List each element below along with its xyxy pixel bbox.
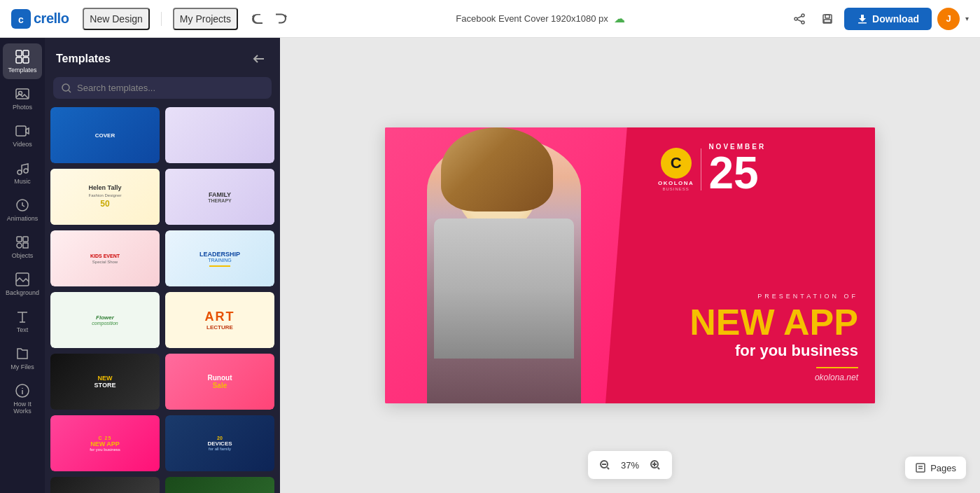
list-item[interactable]: LEADERSHIP TRAINING <box>165 230 274 286</box>
svg-rect-7 <box>823 15 832 23</box>
list-item[interactable]: Flower composition <box>50 292 160 348</box>
svg-point-23 <box>17 243 22 248</box>
design-date: 25 <box>708 151 758 195</box>
sidebar-item-background[interactable]: Background <box>3 266 42 302</box>
list-item[interactable]: KIDS EVENT Special Show <box>50 230 160 286</box>
new-design-button[interactable]: New Design <box>83 8 149 30</box>
design-main-title: NEW APP <box>690 304 858 340</box>
nav-separator <box>161 12 162 26</box>
design-brand-name: OKOLONA <box>658 180 694 186</box>
svg-point-3 <box>802 21 804 24</box>
template-row: Helen Tally Fashion Designer 50 FAMILY T… <box>50 169 274 225</box>
template-row: COVER <box>50 107 274 163</box>
list-item[interactable]: 20 DEVICES for all family <box>165 415 274 471</box>
sidebar-item-myfiles[interactable]: My Files <box>3 340 42 376</box>
svg-point-2 <box>802 14 804 17</box>
list-item[interactable]: C 25 NEW APP for you business <box>50 415 160 471</box>
main-content: Templates Photos Videos Music Animations… <box>0 38 980 493</box>
svg-rect-21 <box>17 237 22 242</box>
svg-rect-10 <box>858 22 867 24</box>
search-box <box>53 77 272 99</box>
svg-rect-22 <box>23 237 28 242</box>
template-row: Flower composition ART LECTURE <box>50 292 274 348</box>
sidebar-item-videos[interactable]: Videos <box>3 118 42 153</box>
svg-point-4 <box>794 18 797 20</box>
design-subtitle: for you business <box>690 342 858 360</box>
svg-text:c: c <box>18 14 24 25</box>
download-button[interactable]: Download <box>844 8 932 30</box>
list-item[interactable]: Runout Sale <box>165 354 274 410</box>
design-logo-circle: C <box>661 148 692 179</box>
pages-label: Pages <box>930 463 956 473</box>
svg-rect-13 <box>16 57 22 63</box>
list-item[interactable]: COVER <box>50 107 160 163</box>
zoom-out-button[interactable] <box>595 455 615 475</box>
svg-line-29 <box>608 468 610 470</box>
my-projects-button[interactable]: My Projects <box>173 8 238 30</box>
canvas-area: C OKOLONA BUSINESS NOVEMBER 25 PRESENTAT… <box>280 38 980 493</box>
svg-line-6 <box>797 19 802 21</box>
svg-rect-9 <box>824 20 831 22</box>
template-row: C 25 NEW APP for you business 20 DEVICES… <box>50 415 274 471</box>
pages-button[interactable]: Pages <box>905 457 966 479</box>
design-brand-sub: BUSINESS <box>663 187 690 191</box>
svg-rect-11 <box>16 50 22 56</box>
design-brand-area: C OKOLONA BUSINESS NOVEMBER 25 <box>658 143 766 195</box>
logo[interactable]: c crello <box>11 9 69 29</box>
cloud-save-icon: ☁ <box>614 12 625 25</box>
topnav: c crello New Design My Projects Facebook… <box>0 0 980 38</box>
sidebar-item-animations[interactable]: Animations <box>3 192 42 228</box>
zoom-in-button[interactable] <box>645 455 665 475</box>
design-photo-area <box>385 127 640 403</box>
undo-redo-group <box>246 8 293 30</box>
canvas-frame[interactable]: C OKOLONA BUSINESS NOVEMBER 25 PRESENTAT… <box>385 127 875 403</box>
avatar-caret-icon[interactable]: ▾ <box>965 15 969 22</box>
sidebar-item-photos[interactable]: Photos <box>3 81 42 116</box>
list-item[interactable]: NEW STORE <box>50 354 160 410</box>
templates-header: Templates <box>45 38 280 77</box>
undo-button[interactable] <box>246 8 269 30</box>
avatar[interactable]: J <box>937 8 960 30</box>
sidebar-item-howitworks[interactable]: How It Works <box>3 377 42 420</box>
svg-rect-17 <box>16 126 26 136</box>
list-item[interactable]: BEST SHOW <box>50 477 160 493</box>
canvas-wrapper: C OKOLONA BUSINESS NOVEMBER 25 PRESENTAT… <box>385 127 875 403</box>
list-item[interactable]: FAMILY THERAPY <box>165 169 274 225</box>
template-row: NEW STORE Runout Sale <box>50 354 274 410</box>
logo-icon: c <box>11 9 31 29</box>
design-content-area: PRESENTATION OF NEW APP for you business… <box>690 293 858 382</box>
svg-line-5 <box>797 16 802 18</box>
svg-rect-12 <box>23 50 29 56</box>
sidebar-item-text[interactable]: Text <box>3 303 42 339</box>
template-row: KIDS EVENT Special Show LEADERSHIP TRAIN… <box>50 230 274 286</box>
list-item[interactable]: GREEN THE LUCKIEST DAY <box>165 477 274 493</box>
templates-grid: COVER Helen Tally Fashion Designer <box>45 107 280 493</box>
search-input[interactable] <box>77 83 263 93</box>
file-title: Facebook Event Cover 1920x1080 px <box>456 13 608 24</box>
design-url: okolona.net <box>690 373 858 382</box>
design-brand-divider <box>701 148 701 190</box>
templates-title: Templates <box>56 53 111 65</box>
svg-point-19 <box>24 169 28 173</box>
redo-button[interactable] <box>270 8 293 30</box>
save-button[interactable] <box>816 8 839 30</box>
right-actions: Download J ▾ <box>788 8 969 30</box>
logo-text: crello <box>34 11 69 27</box>
zoom-toolbar: 37% <box>588 451 672 479</box>
svg-point-26 <box>62 84 69 91</box>
collapse-panel-button[interactable] <box>249 49 269 69</box>
sidebar-item-objects[interactable]: Objects <box>3 229 42 265</box>
list-item[interactable]: ART LECTURE <box>165 292 274 348</box>
sidebar-icons: Templates Photos Videos Music Animations… <box>0 38 45 493</box>
list-item[interactable]: Helen Tally Fashion Designer 50 <box>50 169 160 225</box>
search-icon <box>62 83 71 93</box>
template-row: BEST SHOW GREEN THE LUCKIEST DAY <box>50 477 274 493</box>
design-underline <box>816 367 858 368</box>
svg-point-18 <box>18 170 22 174</box>
list-item[interactable] <box>165 107 274 163</box>
file-info: Facebook Event Cover 1920x1080 px ☁ <box>301 12 780 25</box>
sidebar-item-templates[interactable]: Templates <box>3 43 42 79</box>
share-button[interactable] <box>788 8 811 30</box>
sidebar-item-music[interactable]: Music <box>3 155 42 190</box>
svg-line-27 <box>69 90 71 92</box>
